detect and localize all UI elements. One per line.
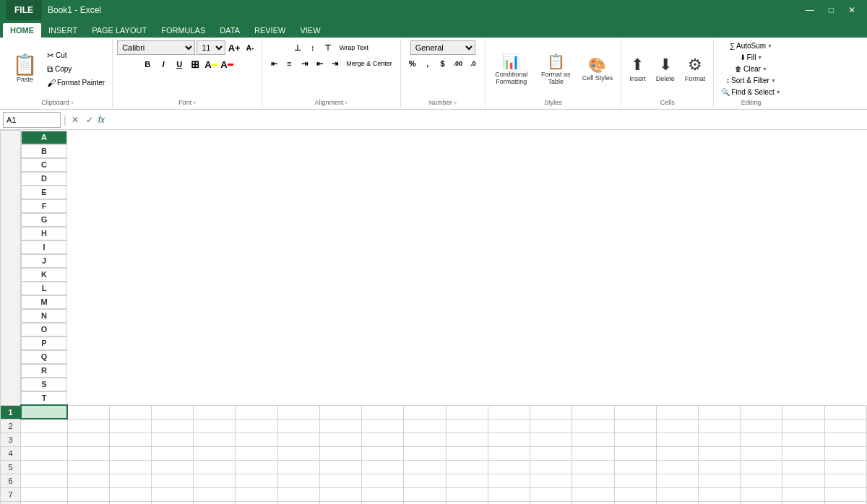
cell-t6[interactable] [824,474,866,487]
cell-k2[interactable] [446,419,488,433]
cell-o4[interactable] [614,446,656,460]
cell-i7[interactable] [362,487,404,501]
increase-font-button[interactable]: A+ [227,40,241,55]
col-header-k[interactable]: K [21,268,67,282]
cell-d4[interactable] [151,446,193,460]
cell-i5[interactable] [362,460,404,474]
cell-h6[interactable] [319,474,361,487]
cell-p1[interactable] [656,405,698,419]
cell-l8[interactable] [488,501,530,504]
cell-d5[interactable] [151,460,193,474]
cell-s3[interactable] [782,433,824,446]
cell-k6[interactable] [446,474,488,487]
cell-c3[interactable] [109,433,151,446]
col-header-s[interactable]: S [21,378,67,391]
row-number-4[interactable]: 4 [1,446,21,460]
maximize-btn[interactable]: □ [823,5,840,15]
cell-f4[interactable] [236,446,277,460]
cell-g4[interactable] [277,446,319,460]
cell-a6[interactable] [21,474,68,487]
cell-l5[interactable] [488,460,530,474]
cell-f8[interactable] [236,501,277,504]
row-number-1[interactable]: 1 [1,405,21,419]
cell-q4[interactable] [699,446,741,460]
cell-f2[interactable] [236,419,277,433]
font-color-button[interactable]: A [220,57,234,71]
cell-m3[interactable] [530,433,572,446]
cell-g6[interactable] [277,474,319,487]
name-box[interactable] [3,112,61,128]
cell-i6[interactable] [362,474,404,487]
format-as-table-button[interactable]: 📋 Format as Table [536,51,576,87]
cell-k8[interactable] [446,501,488,504]
cell-p6[interactable] [656,474,698,487]
cell-n5[interactable] [572,460,614,474]
cell-m7[interactable] [530,487,572,501]
cell-e5[interactable] [194,460,236,474]
cell-h3[interactable] [319,433,361,446]
cell-b6[interactable] [67,474,109,487]
cell-n8[interactable] [572,501,614,504]
cell-g7[interactable] [277,487,319,501]
cell-r8[interactable] [741,501,782,504]
row-number-3[interactable]: 3 [1,433,21,446]
cell-s7[interactable] [782,487,824,501]
cell-i1[interactable] [362,405,404,419]
cell-c2[interactable] [109,419,151,433]
cell-a1[interactable] [21,405,68,419]
cell-s1[interactable] [782,405,824,419]
tab-review[interactable]: REVIEW [247,23,293,38]
cell-f5[interactable] [236,460,277,474]
grid-wrapper[interactable]: ABCDEFGHIJKLMNOPQRST12345678910111213141… [0,130,867,504]
col-header-p[interactable]: P [21,336,67,350]
decrease-font-button[interactable]: A- [243,40,257,55]
cell-e6[interactable] [194,474,236,487]
cell-m5[interactable] [530,460,572,474]
col-header-j[interactable]: J [21,254,67,268]
col-header-l[interactable]: L [21,282,67,295]
row-number-7[interactable]: 7 [1,487,21,501]
cell-b1[interactable] [67,405,109,419]
sort-filter-button[interactable]: ↕ Sort & Filter ▼ [723,75,779,86]
cell-b5[interactable] [67,460,109,474]
cell-g1[interactable] [277,405,319,419]
cell-s5[interactable] [782,460,824,474]
cell-e2[interactable] [194,419,236,433]
cell-t8[interactable] [824,501,866,504]
cell-m4[interactable] [530,446,572,460]
cell-g8[interactable] [277,501,319,504]
close-btn[interactable]: ✕ [842,5,861,15]
cell-s8[interactable] [782,501,824,504]
copy-button[interactable]: ⧉ Copy [44,63,108,76]
cell-p7[interactable] [656,487,698,501]
increase-decimal-button[interactable]: .00 [451,56,465,71]
cell-o1[interactable] [614,405,656,419]
cell-n1[interactable] [572,405,614,419]
cell-j3[interactable] [404,433,446,446]
cell-n7[interactable] [572,487,614,501]
cell-l3[interactable] [488,433,530,446]
cell-k4[interactable] [446,446,488,460]
col-header-g[interactable]: G [21,213,67,227]
align-center-button[interactable]: ≡ [282,56,296,71]
col-header-r[interactable]: R [21,364,67,378]
cell-d8[interactable] [151,501,193,504]
cell-d7[interactable] [151,487,193,501]
comma-button[interactable]: , [420,56,435,71]
cell-j7[interactable] [404,487,446,501]
cell-q7[interactable] [699,487,741,501]
font-expand-icon[interactable]: ▿ [193,100,196,106]
cell-p2[interactable] [656,419,698,433]
row-number-6[interactable]: 6 [1,474,21,487]
find-select-button[interactable]: 🔍 Find & Select ▼ [718,87,783,97]
cell-f7[interactable] [236,487,277,501]
cell-f3[interactable] [236,433,277,446]
cell-j8[interactable] [404,501,446,504]
cell-b7[interactable] [67,487,109,501]
row-number-5[interactable]: 5 [1,460,21,474]
tab-data[interactable]: DATA [212,23,247,38]
tab-formulas[interactable]: FORMULAS [154,23,212,38]
cell-r3[interactable] [741,433,782,446]
col-header-d[interactable]: D [21,172,67,186]
formula-input[interactable] [111,116,864,124]
